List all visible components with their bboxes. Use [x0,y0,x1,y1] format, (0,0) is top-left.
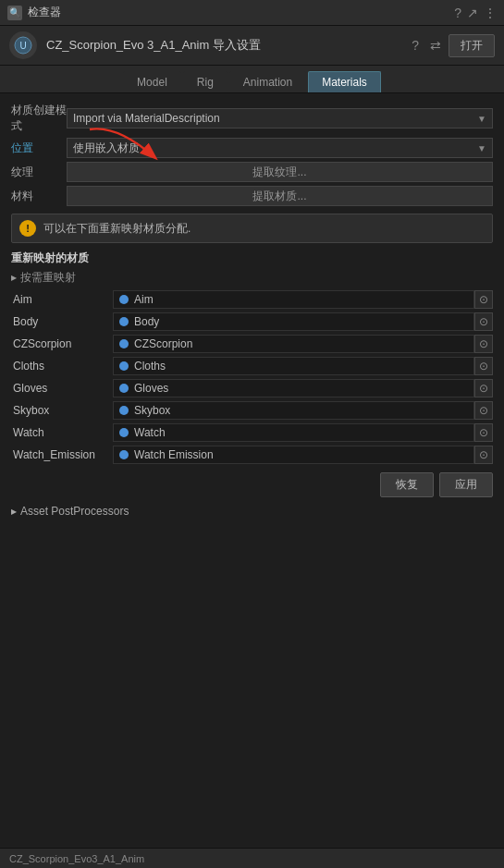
table-row: Cloths Cloths ⊙ [11,356,493,376]
revert-button[interactable]: 恢复 [380,472,434,497]
map-label-aim: Aim [11,293,113,306]
tab-bar: Model Rig Animation Materials [0,66,504,93]
dot-icon [119,317,129,326]
location-row: 位置 使用嵌入材质 ▼ [11,138,493,158]
map-btn-watch[interactable]: ⊙ [474,423,493,442]
map-label-czscorpion: CZScorpion [11,337,113,350]
table-row: Watch Watch ⊙ [11,422,493,443]
map-text-watch-emission: Watch Emission [134,448,468,461]
map-btn-czscorpion[interactable]: ⊙ [474,335,493,353]
map-text-aim: Aim [134,293,468,306]
material-button[interactable]: 提取材质... [67,186,493,206]
material-mode-label: 材质创建模式 [11,103,67,134]
mapping-table: Aim Aim ⊙ Body Body ⊙ CZScorpion CZScorp… [11,289,493,465]
map-text-body: Body [134,315,468,328]
material-row: 材料 提取材质... [11,186,493,206]
warning-icon: ! [19,220,36,237]
post-processors-label: Asset PostProcessors [20,505,129,518]
post-processors-section[interactable]: ▶ Asset PostProcessors [11,505,493,518]
table-row: Aim Aim ⊙ [11,289,493,310]
material-mode-value: Import via MaterialDescription [73,112,220,125]
tab-rig[interactable]: Rig [183,71,227,92]
map-label-gloves: Gloves [11,382,113,395]
header-buttons: ? ⇄ 打开 [408,34,495,57]
dot-icon [119,361,129,371]
map-text-skybox: Skybox [134,404,468,417]
dot-icon [119,428,129,437]
material-mode-dropdown[interactable]: Import via MaterialDescription ▼ [67,108,493,128]
expand-icon: ▶ [11,507,17,516]
help-icon[interactable]: ? [454,6,461,20]
statusbar-text: CZ_Scorpion_Evo3_A1_Anim [9,853,144,864]
dot-icon [119,384,129,393]
dot-icon [119,450,129,459]
map-btn-gloves[interactable]: ⊙ [474,379,493,397]
action-row: 恢复 应用 [11,472,493,497]
location-label[interactable]: 位置 [11,141,67,156]
svg-text:U: U [19,41,26,51]
main-content: 材质创建模式 Import via MaterialDescription ▼ … [0,93,504,527]
statusbar: CZ_Scorpion_Evo3_A1_Anim [0,848,504,868]
map-value-watch-emission[interactable]: Watch Emission [113,446,474,464]
window-title: CZ_Scorpion_Evo 3_A1_Anim 导入设置 [46,37,408,54]
map-label-cloths: Cloths [11,360,113,373]
table-row: Gloves Gloves ⊙ [11,378,493,398]
map-btn-aim[interactable]: ⊙ [474,290,493,309]
titlebar-title: 检查器 [28,5,61,20]
map-text-watch: Watch [134,426,468,439]
texture-button[interactable]: 提取纹理... [67,162,493,182]
collapse-icon: ▶ [11,274,17,282]
dot-icon [119,339,129,348]
map-value-watch[interactable]: Watch [113,423,474,442]
map-text-gloves: Gloves [134,382,468,395]
map-value-cloths[interactable]: Cloths [113,357,474,375]
window-logo: U [9,31,37,59]
texture-row: 纹理 提取纹理... [11,162,493,182]
map-label-watch-emission: Watch_Emission [11,448,113,461]
dot-icon [119,406,129,415]
map-value-skybox[interactable]: Skybox [113,401,474,420]
tab-model[interactable]: Model [123,71,181,92]
location-value: 使用嵌入材质 [73,141,140,156]
remapping-sub-label: 按需重映射 [20,270,76,286]
map-value-body[interactable]: Body [113,312,474,331]
remapping-section-title: 重新映射的材质 [11,251,493,266]
map-btn-watch-emission[interactable]: ⊙ [474,446,493,464]
settings-icon[interactable]: ⇄ [426,36,445,55]
location-dropdown[interactable]: 使用嵌入材质 ▼ [67,138,493,158]
titlebar: 🔍 检查器 ? ↗ ⋮ [0,0,504,26]
map-btn-body[interactable]: ⊙ [474,312,493,331]
material-mode-row: 材质创建模式 Import via MaterialDescription ▼ [11,103,493,134]
table-row: Body Body ⊙ [11,312,493,332]
tab-materials[interactable]: Materials [308,71,381,92]
window-header: U CZ_Scorpion_Evo 3_A1_Anim 导入设置 ? ⇄ 打开 [0,26,504,66]
map-value-gloves[interactable]: Gloves [113,379,474,397]
info-box: ! 可以在下面重新映射材质分配. [11,214,493,243]
apply-button[interactable]: 应用 [439,472,493,497]
map-value-czscorpion[interactable]: CZScorpion [113,335,474,353]
table-row: CZScorpion CZScorpion ⊙ [11,334,493,354]
menu-icon[interactable]: ⋮ [484,6,497,20]
material-label: 材料 [11,189,67,204]
help-button[interactable]: ? [408,36,423,55]
map-value-aim[interactable]: Aim [113,290,474,309]
table-row: Watch_Emission Watch Emission ⊙ [11,445,493,465]
dropdown-arrow2-icon: ▼ [477,143,486,153]
map-label-body: Body [11,315,113,328]
map-label-skybox: Skybox [11,404,113,417]
texture-label: 纹理 [11,165,67,180]
dot-icon [119,295,129,304]
open-button[interactable]: 打开 [449,34,495,57]
map-btn-skybox[interactable]: ⊙ [474,401,493,420]
map-text-czscorpion: CZScorpion [134,337,468,350]
titlebar-controls: ? ↗ ⋮ [454,6,497,20]
table-row: Skybox Skybox ⊙ [11,400,493,421]
map-text-cloths: Cloths [134,360,468,373]
map-btn-cloths[interactable]: ⊙ [474,357,493,375]
info-text: 可以在下面重新映射材质分配. [43,221,191,237]
remapping-subsection[interactable]: ▶ 按需重映射 [11,270,493,286]
tab-animation[interactable]: Animation [229,71,306,92]
dropdown-arrow-icon: ▼ [477,114,486,124]
app-icon: 🔍 [7,6,22,20]
popout-icon[interactable]: ↗ [467,6,478,20]
